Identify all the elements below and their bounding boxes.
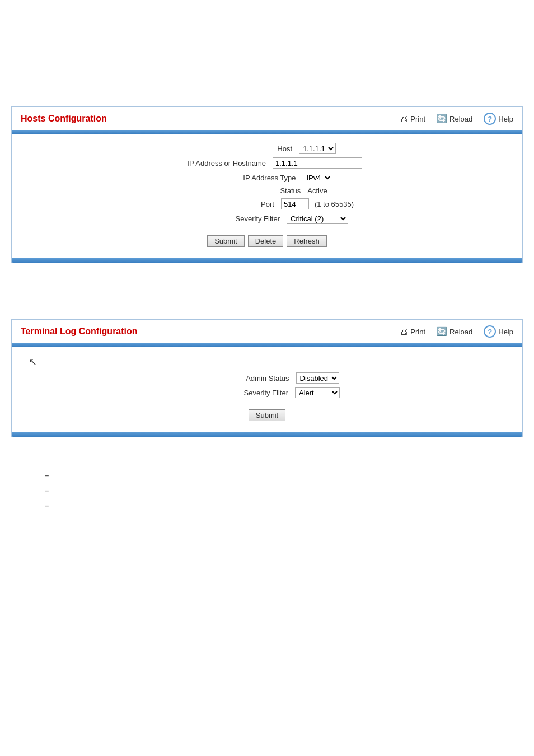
- cursor-indicator: ↖: [29, 356, 37, 367]
- terminal-print-label: Print: [410, 328, 425, 336]
- list-item-2: –: [45, 486, 523, 494]
- ip-type-value: IPv4: [303, 172, 332, 183]
- print-icon: [400, 114, 408, 124]
- host-label: Host: [198, 144, 299, 153]
- terminal-panel-content: ↖ Admin Status Disabled Enabled Severity…: [12, 347, 522, 432]
- ip-hostname-row: IP Address or Hostname: [172, 157, 362, 169]
- admin-status-select[interactable]: Disabled Enabled: [296, 372, 339, 384]
- terminal-submit-button[interactable]: Submit: [249, 409, 285, 421]
- status-row: Status Active: [207, 186, 327, 195]
- terminal-panel-actions: Print Reload Help: [400, 325, 513, 338]
- hosts-footer-bar: [12, 258, 522, 263]
- terminal-reload-action[interactable]: Reload: [437, 326, 472, 337]
- terminal-severity-select[interactable]: Alert: [295, 387, 340, 398]
- terminal-print-action[interactable]: Print: [400, 326, 425, 337]
- ip-hostname-value: [273, 157, 362, 169]
- reload-label: Reload: [449, 115, 472, 123]
- host-value-container: 1.1.1.1: [299, 143, 336, 154]
- dash-2: –: [45, 486, 49, 494]
- severity-value: Critical (2): [287, 213, 348, 224]
- ip-type-row: IP Address Type IPv4: [202, 172, 332, 183]
- help-action[interactable]: Help: [484, 113, 513, 125]
- dash-3: –: [45, 501, 49, 510]
- terminal-panel-title: Terminal Log Configuration: [21, 326, 138, 337]
- reload-icon: [437, 114, 447, 124]
- host-row: Host 1.1.1.1: [198, 143, 336, 154]
- severity-select[interactable]: Critical (2): [287, 213, 348, 224]
- reload-action[interactable]: Reload: [437, 114, 472, 124]
- terminal-config-panel: Terminal Log Configuration Print Reload …: [11, 319, 523, 437]
- terminal-help-label: Help: [498, 328, 513, 336]
- terminal-reload-label: Reload: [449, 328, 472, 336]
- terminal-help-icon: [484, 325, 496, 338]
- print-action[interactable]: Print: [400, 114, 425, 124]
- terminal-severity-label: Severity Filter: [194, 389, 295, 397]
- host-select[interactable]: 1.1.1.1: [299, 143, 336, 154]
- print-label: Print: [410, 115, 425, 123]
- terminal-reload-icon: [437, 326, 447, 337]
- port-input[interactable]: [281, 198, 309, 209]
- hosts-panel-actions: Print Reload Help: [400, 113, 513, 125]
- mid-spacer: [11, 286, 523, 314]
- ip-type-label: IP Address Type: [202, 174, 303, 182]
- admin-status-label: Admin Status: [195, 374, 296, 382]
- terminal-panel-header: Terminal Log Configuration Print Reload …: [12, 320, 522, 343]
- dash-1: –: [45, 471, 49, 479]
- refresh-button[interactable]: Refresh: [287, 235, 327, 247]
- status-text: Active: [307, 186, 327, 195]
- help-icon: [484, 113, 496, 125]
- hosts-panel-content: Host 1.1.1.1 IP Address or Hostname IP A…: [12, 134, 522, 258]
- terminal-button-row: Submit: [249, 409, 285, 421]
- hosts-button-row: Submit Delete Refresh: [207, 235, 327, 247]
- hosts-config-panel: Hosts Configuration Print Reload Help Ho…: [11, 106, 523, 263]
- ip-hostname-label: IP Address or Hostname: [172, 159, 273, 167]
- port-value: (1 to 65535): [281, 198, 354, 209]
- terminal-help-action[interactable]: Help: [484, 325, 513, 338]
- port-row: Port (1 to 65535): [180, 198, 354, 209]
- status-label: Status: [207, 186, 307, 195]
- list-item-3: –: [45, 501, 523, 510]
- terminal-severity-row: Severity Filter Alert: [194, 387, 340, 398]
- severity-label: Severity Filter: [186, 214, 287, 223]
- terminal-severity-value: Alert: [295, 387, 340, 398]
- port-label: Port: [180, 200, 281, 208]
- hosts-panel-header: Hosts Configuration Print Reload Help: [12, 107, 522, 130]
- help-label: Help: [498, 115, 513, 123]
- status-value: Active: [307, 186, 327, 195]
- list-item-1: –: [45, 471, 523, 479]
- terminal-footer-bar: [12, 432, 522, 437]
- ip-type-select[interactable]: IPv4: [303, 172, 332, 183]
- terminal-print-icon: [400, 326, 408, 337]
- admin-status-row: Admin Status Disabled Enabled: [195, 372, 339, 384]
- admin-status-value: Disabled Enabled: [296, 372, 339, 384]
- port-hint: (1 to 65535): [315, 200, 354, 208]
- hosts-panel-title: Hosts Configuration: [21, 114, 107, 124]
- ip-hostname-input[interactable]: [273, 157, 362, 169]
- bottom-list: – – –: [11, 471, 523, 510]
- delete-button[interactable]: Delete: [248, 235, 284, 247]
- severity-row: Severity Filter Critical (2): [186, 213, 348, 224]
- submit-button[interactable]: Submit: [207, 235, 244, 247]
